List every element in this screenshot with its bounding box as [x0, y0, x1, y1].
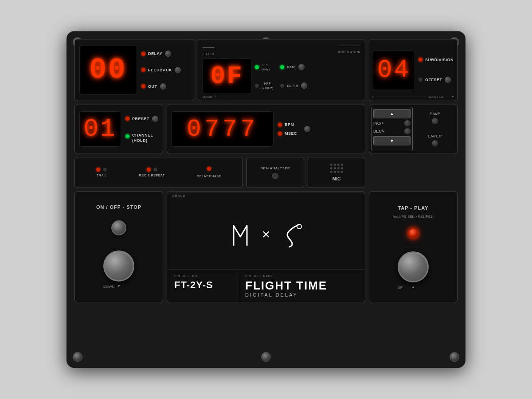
preset-panel: 01 PRESET CHANNEL (hold) [74, 105, 163, 153]
channel-led [125, 134, 129, 138]
svg-point-0 [297, 224, 301, 229]
tap-play-panel: TAP - PLAY hold (PS SEL > PS1/PS2) UP [369, 192, 458, 302]
dec-button[interactable] [404, 128, 411, 134]
bpm-display: 0777 [172, 111, 274, 147]
brand-product-no: PRODUCT No. FT-2Y-S [167, 270, 238, 302]
mic-dot-10 [334, 171, 336, 173]
bpm-analyzer-panel: BPM ANALYZER [246, 157, 304, 188]
filter-display: 0F [203, 59, 251, 94]
tap-play-label: TAP - PLAY [398, 205, 428, 211]
filter-panel: FILTER MODULATION 0F LPF (kHz [198, 39, 365, 101]
channel-label-row: CHANNEL (hold) [125, 130, 158, 143]
feedback-knob[interactable] [175, 67, 181, 73]
modulation-section-label: MODULATION [338, 51, 360, 54]
hpf-unit: (x10Hz) [262, 86, 273, 90]
inc-button[interactable] [404, 120, 411, 126]
bpm-knob[interactable] [304, 126, 310, 132]
screw-bottom-right [450, 352, 459, 362]
mic-dot-5 [330, 167, 332, 169]
mic-dot-12 [341, 171, 343, 173]
feedback-label: FEEDBACK [148, 68, 172, 72]
delay-labels: DELAY FEEDBACK OUT [141, 46, 181, 94]
inc-row: INC/+ [373, 120, 411, 126]
on-off-panel: ON / OFF - STOP DOWN [74, 192, 163, 302]
rate-label: RATE [287, 65, 295, 69]
mic-dot-8 [341, 167, 343, 169]
out-led [141, 84, 145, 88]
on-off-switch[interactable] [111, 220, 126, 235]
brand-logo-area: × [167, 199, 365, 270]
preset-led [125, 117, 129, 121]
trail-led-2 [103, 168, 107, 172]
enter-button[interactable] [432, 140, 438, 146]
out-label: OUT [148, 84, 157, 89]
dotted-label: -/DOTTED [428, 95, 443, 98]
down-footswitch-label: DOWN [103, 285, 114, 289]
nav-panel: ▲ INC/+ DEC/- ▼ SAVE ENTER [369, 105, 458, 153]
bottom-section: ON / OFF - STOP DOWN BRAND × [74, 192, 458, 302]
rec-repeat-led-2 [153, 168, 157, 172]
subdivision-label: SUBDIVISION [425, 58, 454, 62]
trail-led-1 [96, 168, 100, 172]
offset-label: OFFSET [425, 78, 442, 82]
preset-label: PRESET [132, 117, 149, 121]
mic-speaker-grid [330, 164, 343, 173]
rate-knob[interactable] [298, 64, 305, 70]
preset-display: 01 [79, 111, 121, 147]
depth-row: DEPTH [280, 82, 307, 89]
product-no-value: FT-2Y-S [174, 279, 231, 291]
up-footswitch-label: UP [398, 286, 403, 289]
feedback-led [141, 68, 145, 72]
mic-dot-6 [334, 167, 336, 169]
rate-row: RATE [280, 64, 307, 70]
save-button[interactable] [432, 118, 438, 124]
trail-group: TRAIL [96, 168, 107, 177]
delay-display: 00 [79, 46, 137, 94]
subdivision-display: 04 [373, 50, 415, 90]
down-footswitch[interactable] [103, 250, 134, 282]
preset-knob[interactable] [152, 116, 158, 122]
channel-hold-label: (hold) [132, 138, 153, 143]
out-knob[interactable] [160, 83, 166, 90]
enter-label: ENTER [428, 134, 442, 138]
brand-logo-mark1 [229, 221, 251, 248]
up-arrow-button[interactable]: ▲ [373, 109, 411, 118]
lpf-row: LPF (kHz) [255, 63, 273, 71]
inc-label: INC/+ [373, 121, 403, 125]
delay-phase-group: DELAY PHASE [197, 167, 221, 178]
delay-knob[interactable] [165, 51, 171, 57]
bpm-analyzer-led [272, 173, 278, 179]
bpm-analyzer-label: BPM ANALYZER [261, 166, 290, 170]
rec-repeat-led-1 [147, 168, 151, 172]
down-arrow-button[interactable]: ▼ [373, 136, 411, 145]
button-section: TRAIL REC & REPEAT DELAY PHASE BPM ANALY… [74, 157, 458, 188]
msec-label-row: msec [278, 131, 297, 136]
hpf-label: HPF [262, 82, 273, 86]
bpm-label: BPM [285, 122, 294, 127]
tap-play-led [408, 228, 418, 238]
product-name-value: FLIGHT TIME [245, 279, 358, 292]
delay-led [141, 52, 145, 56]
brand-product-name: PRODUCT NAME FLIGHT TIME DIGITAL DELAY [238, 270, 365, 302]
hpf-row: HPF (x10Hz) [255, 82, 273, 90]
bpm-panel: 0777 BPM msec [167, 105, 365, 153]
lpf-label: LPF [262, 63, 270, 67]
product-no-label: PRODUCT No. [174, 274, 231, 278]
save-enter-col: SAVE ENTER [415, 107, 455, 151]
preset-labels: PRESET CHANNEL (hold) [125, 111, 158, 147]
depth-label: DEPTH [287, 84, 298, 88]
subdivision-panel: 04 SUBDIVISION OFFSET + -/DOTTED ↵ [369, 39, 458, 101]
mic-dot-7 [337, 167, 340, 169]
up-footswitch[interactable] [398, 251, 429, 282]
depth-knob[interactable] [301, 82, 307, 89]
offset-knob[interactable] [445, 77, 451, 83]
mic-dot-1 [330, 164, 332, 166]
msec-led [278, 132, 282, 136]
channel-label: CHANNEL [132, 133, 153, 137]
hpf-led [255, 84, 259, 88]
mic-dot-2 [334, 164, 336, 166]
brand-logo: × [229, 221, 303, 248]
depth-led [280, 84, 284, 88]
product-name-sub: DIGITAL DELAY [245, 292, 358, 297]
delay-phase-label: DELAY PHASE [197, 174, 221, 178]
